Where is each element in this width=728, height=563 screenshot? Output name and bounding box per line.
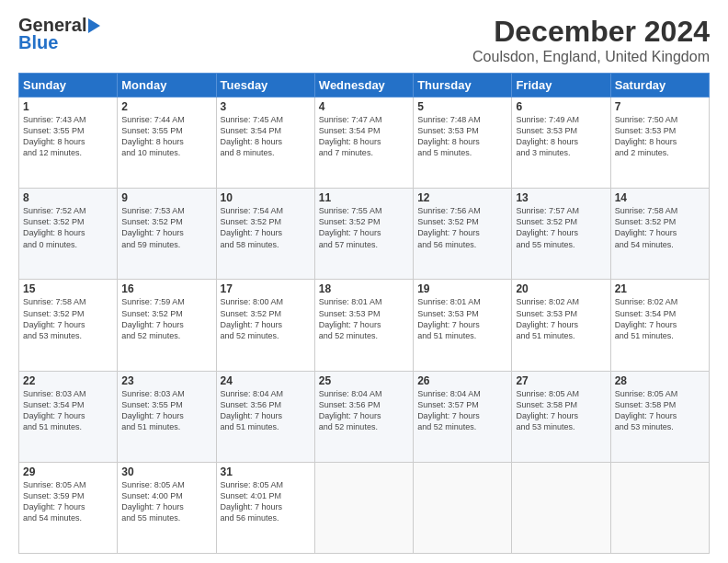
calendar-table: Sunday Monday Tuesday Wednesday Thursday… bbox=[18, 73, 710, 554]
table-cell: 6Sunrise: 7:49 AM Sunset: 3:53 PM Daylig… bbox=[512, 98, 610, 189]
day-info: Sunrise: 8:00 AM Sunset: 3:52 PM Dayligh… bbox=[221, 296, 311, 341]
table-cell: 16Sunrise: 7:59 AM Sunset: 3:52 PM Dayli… bbox=[118, 280, 216, 371]
table-cell: 13Sunrise: 7:57 AM Sunset: 3:52 PM Dayli… bbox=[512, 189, 610, 280]
day-info: Sunrise: 8:02 AM Sunset: 3:54 PM Dayligh… bbox=[615, 296, 705, 341]
table-cell: 14Sunrise: 7:58 AM Sunset: 3:52 PM Dayli… bbox=[610, 189, 709, 280]
day-info: Sunrise: 7:48 AM Sunset: 3:53 PM Dayligh… bbox=[417, 114, 507, 159]
day-number: 15 bbox=[23, 282, 113, 295]
day-info: Sunrise: 8:05 AM Sunset: 4:00 PM Dayligh… bbox=[121, 479, 211, 524]
day-number: 2 bbox=[121, 100, 211, 113]
table-cell: 23Sunrise: 8:03 AM Sunset: 3:55 PM Dayli… bbox=[118, 371, 216, 462]
page: General Blue December 2024 Coulsdon, Eng… bbox=[0, 0, 728, 563]
day-info: Sunrise: 7:52 AM Sunset: 3:52 PM Dayligh… bbox=[23, 205, 113, 250]
table-cell: 29Sunrise: 8:05 AM Sunset: 3:59 PM Dayli… bbox=[19, 462, 118, 553]
table-cell: 15Sunrise: 7:58 AM Sunset: 3:52 PM Dayli… bbox=[19, 280, 118, 371]
day-number: 23 bbox=[121, 374, 211, 387]
col-saturday: Saturday bbox=[610, 74, 709, 98]
table-cell: 7Sunrise: 7:50 AM Sunset: 3:53 PM Daylig… bbox=[610, 98, 709, 189]
day-number: 31 bbox=[221, 465, 311, 478]
table-cell: 12Sunrise: 7:56 AM Sunset: 3:52 PM Dayli… bbox=[414, 189, 512, 280]
header-row: Sunday Monday Tuesday Wednesday Thursday… bbox=[19, 74, 710, 98]
day-info: Sunrise: 7:55 AM Sunset: 3:52 PM Dayligh… bbox=[319, 205, 409, 250]
table-cell: 5Sunrise: 7:48 AM Sunset: 3:53 PM Daylig… bbox=[414, 98, 512, 189]
day-info: Sunrise: 8:05 AM Sunset: 3:59 PM Dayligh… bbox=[23, 479, 113, 524]
table-cell bbox=[512, 462, 610, 553]
table-cell: 4Sunrise: 7:47 AM Sunset: 3:54 PM Daylig… bbox=[314, 98, 413, 189]
day-number: 28 bbox=[615, 374, 705, 387]
table-cell: 25Sunrise: 8:04 AM Sunset: 3:56 PM Dayli… bbox=[314, 371, 413, 462]
day-number: 25 bbox=[319, 374, 409, 387]
table-cell: 27Sunrise: 8:05 AM Sunset: 3:58 PM Dayli… bbox=[512, 371, 610, 462]
day-info: Sunrise: 7:43 AM Sunset: 3:55 PM Dayligh… bbox=[23, 114, 113, 159]
day-info: Sunrise: 8:03 AM Sunset: 3:54 PM Dayligh… bbox=[23, 388, 113, 433]
table-cell: 9Sunrise: 7:53 AM Sunset: 3:52 PM Daylig… bbox=[118, 189, 216, 280]
day-number: 20 bbox=[516, 282, 606, 295]
col-friday: Friday bbox=[512, 74, 610, 98]
day-number: 19 bbox=[417, 282, 507, 295]
day-info: Sunrise: 8:05 AM Sunset: 4:01 PM Dayligh… bbox=[221, 479, 311, 524]
header: General Blue December 2024 Coulsdon, Eng… bbox=[18, 15, 710, 65]
day-info: Sunrise: 8:04 AM Sunset: 3:56 PM Dayligh… bbox=[221, 388, 311, 433]
day-info: Sunrise: 7:54 AM Sunset: 3:52 PM Dayligh… bbox=[221, 205, 311, 250]
day-number: 6 bbox=[516, 100, 606, 113]
day-number: 3 bbox=[221, 100, 311, 113]
table-cell: 2Sunrise: 7:44 AM Sunset: 3:55 PM Daylig… bbox=[118, 98, 216, 189]
day-info: Sunrise: 7:58 AM Sunset: 3:52 PM Dayligh… bbox=[23, 296, 113, 341]
day-number: 5 bbox=[417, 100, 507, 113]
col-thursday: Thursday bbox=[414, 74, 512, 98]
day-info: Sunrise: 8:01 AM Sunset: 3:53 PM Dayligh… bbox=[319, 296, 409, 341]
day-number: 18 bbox=[319, 282, 409, 295]
day-info: Sunrise: 8:01 AM Sunset: 3:53 PM Dayligh… bbox=[417, 296, 507, 341]
week-row-5: 29Sunrise: 8:05 AM Sunset: 3:59 PM Dayli… bbox=[19, 462, 710, 553]
table-cell bbox=[314, 462, 413, 553]
week-row-1: 1Sunrise: 7:43 AM Sunset: 3:55 PM Daylig… bbox=[19, 98, 710, 189]
day-number: 1 bbox=[23, 100, 113, 113]
day-number: 9 bbox=[121, 191, 211, 204]
day-number: 27 bbox=[516, 374, 606, 387]
col-sunday: Sunday bbox=[19, 74, 118, 98]
title-block: December 2024 Coulsdon, England, United … bbox=[472, 15, 710, 65]
day-number: 30 bbox=[121, 465, 211, 478]
day-number: 29 bbox=[23, 465, 113, 478]
day-info: Sunrise: 7:44 AM Sunset: 3:55 PM Dayligh… bbox=[121, 114, 211, 159]
day-info: Sunrise: 8:04 AM Sunset: 3:57 PM Dayligh… bbox=[417, 388, 507, 433]
day-number: 17 bbox=[221, 282, 311, 295]
day-info: Sunrise: 7:45 AM Sunset: 3:54 PM Dayligh… bbox=[221, 114, 311, 159]
day-info: Sunrise: 8:05 AM Sunset: 3:58 PM Dayligh… bbox=[615, 388, 705, 433]
table-cell: 19Sunrise: 8:01 AM Sunset: 3:53 PM Dayli… bbox=[414, 280, 512, 371]
day-number: 12 bbox=[417, 191, 507, 204]
logo: General Blue bbox=[18, 15, 100, 53]
day-info: Sunrise: 8:03 AM Sunset: 3:55 PM Dayligh… bbox=[121, 388, 211, 433]
day-info: Sunrise: 8:05 AM Sunset: 3:58 PM Dayligh… bbox=[516, 388, 606, 433]
day-number: 13 bbox=[516, 191, 606, 204]
table-cell: 17Sunrise: 8:00 AM Sunset: 3:52 PM Dayli… bbox=[216, 280, 314, 371]
table-cell: 21Sunrise: 8:02 AM Sunset: 3:54 PM Dayli… bbox=[610, 280, 709, 371]
day-info: Sunrise: 7:49 AM Sunset: 3:53 PM Dayligh… bbox=[516, 114, 606, 159]
logo-subtext: Blue bbox=[18, 32, 58, 53]
day-number: 4 bbox=[319, 100, 409, 113]
day-info: Sunrise: 7:50 AM Sunset: 3:53 PM Dayligh… bbox=[615, 114, 705, 159]
day-number: 26 bbox=[417, 374, 507, 387]
week-row-3: 15Sunrise: 7:58 AM Sunset: 3:52 PM Dayli… bbox=[19, 280, 710, 371]
day-number: 16 bbox=[121, 282, 211, 295]
col-wednesday: Wednesday bbox=[314, 74, 413, 98]
table-cell: 18Sunrise: 8:01 AM Sunset: 3:53 PM Dayli… bbox=[314, 280, 413, 371]
table-cell: 8Sunrise: 7:52 AM Sunset: 3:52 PM Daylig… bbox=[19, 189, 118, 280]
table-cell: 28Sunrise: 8:05 AM Sunset: 3:58 PM Dayli… bbox=[610, 371, 709, 462]
day-number: 11 bbox=[319, 191, 409, 204]
day-number: 14 bbox=[615, 191, 705, 204]
table-cell bbox=[610, 462, 709, 553]
day-number: 24 bbox=[221, 374, 311, 387]
week-row-4: 22Sunrise: 8:03 AM Sunset: 3:54 PM Dayli… bbox=[19, 371, 710, 462]
day-info: Sunrise: 7:56 AM Sunset: 3:52 PM Dayligh… bbox=[417, 205, 507, 250]
table-cell: 26Sunrise: 8:04 AM Sunset: 3:57 PM Dayli… bbox=[414, 371, 512, 462]
table-cell: 1Sunrise: 7:43 AM Sunset: 3:55 PM Daylig… bbox=[19, 98, 118, 189]
table-cell: 22Sunrise: 8:03 AM Sunset: 3:54 PM Dayli… bbox=[19, 371, 118, 462]
calendar-title: December 2024 bbox=[472, 15, 710, 49]
day-number: 22 bbox=[23, 374, 113, 387]
table-cell: 3Sunrise: 7:45 AM Sunset: 3:54 PM Daylig… bbox=[216, 98, 314, 189]
day-number: 10 bbox=[221, 191, 311, 204]
table-cell bbox=[414, 462, 512, 553]
day-info: Sunrise: 7:57 AM Sunset: 3:52 PM Dayligh… bbox=[516, 205, 606, 250]
day-info: Sunrise: 7:53 AM Sunset: 3:52 PM Dayligh… bbox=[121, 205, 211, 250]
